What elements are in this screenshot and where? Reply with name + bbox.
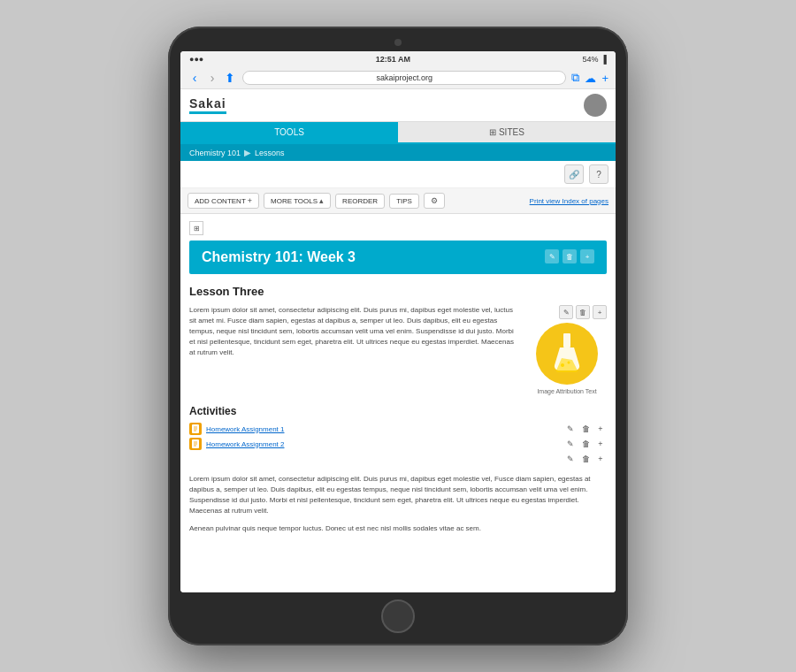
delete-image-btn[interactable]: 🗑 bbox=[576, 305, 590, 319]
browser-bar: ‹ › ⬆ sakaiproject.org ⧉ ☁ + bbox=[180, 67, 616, 89]
add-image-btn[interactable]: + bbox=[593, 305, 607, 319]
svg-point-2 bbox=[568, 362, 570, 364]
document-icon bbox=[191, 424, 200, 434]
activity-2-actions: ✎ 🗑 + bbox=[564, 438, 607, 450]
ios-status-bar: ●●● 12:51 AM 54% ▐ bbox=[180, 51, 616, 67]
tablet-home-button[interactable] bbox=[381, 599, 415, 633]
tablet-screen: ●●● 12:51 AM 54% ▐ ‹ › ⬆ sakaiproject.or… bbox=[180, 51, 616, 592]
tablet-device: ●●● 12:51 AM 54% ▐ ‹ › ⬆ sakaiproject.or… bbox=[168, 27, 628, 645]
link-icon-btn[interactable]: 🔗 bbox=[564, 164, 584, 184]
activity-2-edit[interactable]: ✎ bbox=[564, 438, 577, 450]
activity-2-add[interactable]: + bbox=[594, 438, 607, 450]
toolbar: ADD CONTENT + MORE TOOLS ▴ REORDER TIPS … bbox=[180, 188, 616, 214]
extra-actions: ✎ 🗑 + bbox=[189, 453, 607, 465]
share-button[interactable]: ⬆ bbox=[223, 71, 237, 85]
extra-edit-btn[interactable]: ✎ bbox=[564, 453, 577, 465]
activity-1-delete[interactable]: 🗑 bbox=[579, 423, 592, 435]
add-content-label: ADD CONTENT bbox=[195, 197, 246, 205]
delete-header-btn[interactable]: 🗑 bbox=[563, 249, 577, 263]
lesson-header-block: Chemistry 101: Week 3 ✎ 🗑 + bbox=[189, 241, 607, 274]
activities-title: Activities bbox=[189, 405, 607, 417]
more-tools-icon: ▴ bbox=[319, 196, 324, 205]
svg-rect-0 bbox=[563, 333, 570, 347]
tab-tools-label: TOOLS bbox=[274, 127, 304, 137]
activity-2-delete[interactable]: 🗑 bbox=[579, 438, 592, 450]
activity-2-left: Homework Assignment 2 bbox=[189, 438, 284, 450]
battery-icon: ▐ bbox=[601, 55, 607, 64]
edit-header-btn[interactable]: ✎ bbox=[545, 249, 559, 263]
activity-item-2: Homework Assignment 2 ✎ 🗑 + bbox=[189, 438, 607, 450]
browser-nav: ‹ › ⬆ bbox=[188, 71, 237, 85]
activity-1-link[interactable]: Homework Assignment 1 bbox=[206, 425, 284, 433]
sakai-logo-text: Sakai bbox=[189, 96, 226, 111]
status-left: ●●● bbox=[189, 55, 203, 64]
flask-svg bbox=[549, 332, 585, 376]
activity-1-add[interactable]: + bbox=[594, 423, 607, 435]
breadcrumb-arrow: ▶ bbox=[244, 148, 251, 157]
document-icon-2 bbox=[191, 439, 200, 449]
add-header-btn[interactable]: + bbox=[580, 249, 594, 263]
breadcrumb-home[interactable]: Chemistry 101 bbox=[189, 149, 241, 157]
lesson-subtitle: Lesson Three bbox=[189, 285, 607, 298]
add-content-button[interactable]: ADD CONTENT + bbox=[188, 193, 259, 209]
lesson-week-title: Chemistry 101: Week 3 bbox=[202, 249, 356, 265]
lesson-body-text: Lorem ipsum dolor sit amet, consectetur … bbox=[189, 305, 518, 358]
activity-1-left: Homework Assignment 1 bbox=[189, 423, 284, 435]
tabs-button[interactable]: ⧉ bbox=[571, 71, 579, 85]
lesson-content-block: Lesson Three Lorem ipsum dolor sit amet,… bbox=[189, 285, 607, 394]
edit-image-btn[interactable]: ✎ bbox=[559, 305, 573, 319]
page-indicator: ⊞ bbox=[189, 221, 203, 235]
status-right: 54% ▐ bbox=[583, 55, 607, 64]
lesson-image-area: ✎ 🗑 + bbox=[527, 305, 607, 394]
add-content-icon: + bbox=[248, 196, 252, 205]
more-tools-label: MORE TOOLS bbox=[271, 197, 318, 205]
main-content: ⊞ Chemistry 101: Week 3 ✎ 🗑 + Lesson Thr… bbox=[180, 214, 616, 592]
battery-percent: 54% bbox=[583, 55, 599, 64]
tab-sites-label: ⊞ SITES bbox=[489, 127, 524, 137]
tips-label: TIPS bbox=[396, 197, 412, 205]
add-tab-button[interactable]: + bbox=[601, 72, 608, 85]
image-attribution: Image Attribution Text bbox=[537, 388, 596, 394]
chemistry-flask-icon bbox=[536, 323, 598, 385]
status-time: 12:51 AM bbox=[376, 55, 410, 64]
signal-icon: ●●● bbox=[189, 55, 203, 64]
tips-button[interactable]: TIPS bbox=[389, 194, 419, 209]
cloud-button[interactable]: ☁ bbox=[585, 72, 596, 85]
reorder-button[interactable]: REORDER bbox=[335, 194, 385, 209]
tablet-camera bbox=[394, 39, 402, 46]
tab-tools[interactable]: TOOLS bbox=[180, 122, 398, 142]
sakai-logo: Sakai bbox=[189, 96, 226, 114]
tab-sites[interactable]: ⊞ SITES bbox=[398, 122, 616, 142]
extra-add-btn[interactable]: + bbox=[594, 453, 607, 465]
activity-item-1: Homework Assignment 1 ✎ 🗑 + bbox=[189, 423, 607, 435]
forward-button[interactable]: › bbox=[205, 71, 219, 85]
icon-bar: 🔗 ? bbox=[180, 161, 616, 188]
browser-actions: ⧉ ☁ + bbox=[571, 71, 608, 85]
lesson-body-row: Lorem ipsum dolor sit amet, consectetur … bbox=[189, 305, 607, 394]
lesson-header-actions: ✎ 🗑 + bbox=[545, 249, 594, 263]
extra-delete-btn[interactable]: 🗑 bbox=[579, 453, 592, 465]
print-link[interactable]: Print view Index of pages bbox=[530, 197, 608, 205]
extra-body-text: Lorem ipsum dolor sit amet, consectetur … bbox=[189, 474, 607, 516]
svg-point-1 bbox=[561, 363, 564, 367]
activity-1-icon bbox=[189, 423, 202, 435]
activity-2-link[interactable]: Homework Assignment 2 bbox=[206, 440, 284, 448]
activity-1-edit[interactable]: ✎ bbox=[564, 423, 577, 435]
more-tools-button[interactable]: MORE TOOLS ▴ bbox=[264, 193, 331, 209]
back-button[interactable]: ‹ bbox=[188, 71, 202, 85]
url-bar[interactable]: sakaiproject.org bbox=[242, 71, 566, 85]
breadcrumb: Chemistry 101 ▶ Lessons bbox=[180, 144, 616, 161]
image-block-actions: ✎ 🗑 + bbox=[559, 305, 607, 319]
tab-bar: TOOLS ⊞ SITES bbox=[180, 122, 616, 144]
help-icon-btn[interactable]: ? bbox=[589, 164, 608, 184]
settings-button[interactable]: ⚙ bbox=[424, 193, 445, 209]
bottom-text: Aenean pulvinar quis neque tempor luctus… bbox=[189, 523, 607, 534]
activity-1-actions: ✎ 🗑 + bbox=[564, 423, 607, 435]
activities-section: Activities Homework Assignment 1 bbox=[189, 405, 607, 465]
settings-icon: ⚙ bbox=[431, 196, 438, 205]
user-avatar[interactable] bbox=[584, 94, 607, 117]
sakai-header: Sakai bbox=[180, 89, 616, 122]
sakai-logo-underline bbox=[189, 111, 226, 114]
breadcrumb-current: Lessons bbox=[255, 149, 285, 157]
activity-2-icon bbox=[189, 438, 202, 450]
